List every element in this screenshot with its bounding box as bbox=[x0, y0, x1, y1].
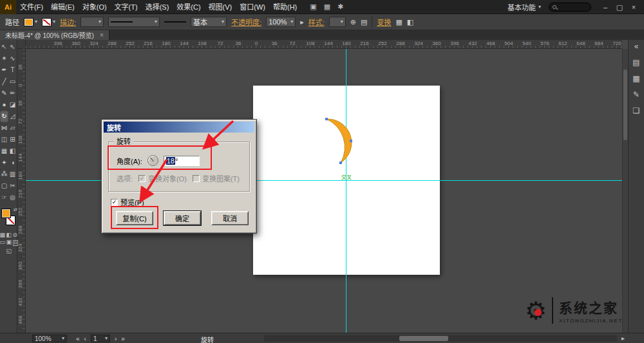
angle-dial-icon[interactable] bbox=[147, 155, 158, 166]
transform-pattern-checkbox[interactable]: 变换图案(T) bbox=[193, 173, 240, 183]
close-button[interactable]: × bbox=[627, 0, 640, 14]
toolbar-fill-swatch[interactable] bbox=[1, 209, 11, 218]
restore-button[interactable]: ▢ bbox=[613, 0, 626, 14]
type-tool[interactable]: T bbox=[8, 64, 17, 76]
scroll-right-icon[interactable]: ▸ bbox=[621, 335, 625, 342]
checkbox-icon[interactable] bbox=[193, 175, 200, 182]
document-setup-icon[interactable]: ⊕ bbox=[350, 18, 356, 26]
zoom-select[interactable]: 100% ▾ bbox=[32, 335, 67, 342]
menu-item[interactable]: 选择(S) bbox=[142, 0, 173, 14]
align-panel-icon[interactable]: ▦ bbox=[395, 18, 402, 26]
width-tool[interactable]: ⋈ bbox=[0, 122, 8, 134]
brush-definition-select[interactable]: 基本 ▾ bbox=[191, 17, 227, 27]
pencil-tool[interactable]: ✏ bbox=[8, 88, 17, 99]
minimize-button[interactable]: – bbox=[599, 0, 612, 14]
stroke-weight-select[interactable]: ▾ bbox=[80, 17, 104, 27]
arrange-documents-icon[interactable]: ▣ bbox=[310, 3, 316, 11]
brushes-panel-icon[interactable]: ✎ bbox=[633, 91, 639, 98]
crescent-artwork[interactable] bbox=[319, 116, 357, 168]
color-mode-icon[interactable]: ▩ bbox=[0, 232, 5, 238]
menu-item[interactable]: 窗口(W) bbox=[236, 0, 269, 14]
swatches-panel-icon[interactable]: ▦ bbox=[632, 75, 639, 82]
style-panel-link[interactable]: 样式: bbox=[308, 17, 325, 27]
draw-inside-icon[interactable]: 回 bbox=[13, 239, 17, 247]
opacity-panel-link[interactable]: 不透明度: bbox=[231, 17, 261, 27]
dialog-title-bar[interactable]: 旋转 bbox=[104, 122, 254, 133]
symbol-sprayer-tool[interactable]: ⁂ bbox=[0, 169, 8, 180]
magic-wand-tool[interactable]: ✶ bbox=[0, 53, 8, 64]
crescent-path[interactable] bbox=[327, 119, 352, 163]
screen-mode-icon[interactable]: ◱ bbox=[6, 248, 11, 254]
draw-normal-icon[interactable]: ▭ bbox=[0, 239, 5, 247]
angle-input[interactable]: 18 ° bbox=[164, 156, 200, 166]
checkbox-icon[interactable]: ✓ bbox=[138, 175, 146, 182]
menu-item[interactable]: 文件(F) bbox=[16, 0, 47, 14]
horizontal-scrollbar[interactable] bbox=[264, 335, 617, 342]
mesh-tool[interactable]: ▦ bbox=[0, 145, 8, 157]
canvas[interactable]: 交叉 旋转 旋转 角度(A): 18 ° 选项: bbox=[26, 49, 622, 333]
document-tab[interactable]: 未标题-4* @ 100% (RGB/预览) × bbox=[0, 30, 109, 40]
anchor-point[interactable] bbox=[339, 162, 342, 164]
workspace-switcher-icon[interactable]: ✱ bbox=[337, 3, 343, 11]
pathfinder-panel-icon[interactable]: ◧ bbox=[407, 18, 413, 26]
transform-object-checkbox[interactable]: ✓ 变换对象(O) bbox=[138, 173, 187, 183]
width-profile-select[interactable]: ▾ bbox=[108, 17, 160, 27]
menu-item[interactable]: 帮助(H) bbox=[269, 0, 301, 14]
spinner-icon[interactable]: ▸ bbox=[300, 18, 304, 26]
lasso-tool[interactable]: ∿ bbox=[8, 53, 17, 64]
cancel-button[interactable]: 取消 bbox=[211, 211, 249, 225]
swap-fill-stroke-icon[interactable]: ⇄ bbox=[14, 207, 17, 212]
checkbox-icon[interactable]: ✓ bbox=[111, 199, 118, 206]
direct-selection-tool[interactable]: ⇖ bbox=[8, 41, 17, 53]
menu-item[interactable]: 视图(V) bbox=[205, 0, 236, 14]
copy-button[interactable]: 复制(C) bbox=[116, 211, 153, 225]
collapse-dock-icon[interactable]: « bbox=[634, 42, 639, 50]
artboard-number-select[interactable]: 1 ▾ bbox=[91, 335, 110, 342]
preview-checkbox[interactable]: ✓ 预览(P) bbox=[111, 197, 144, 207]
menu-item[interactable]: 文字(T) bbox=[111, 0, 142, 14]
horizontal-scrollbar-thumb[interactable] bbox=[399, 336, 448, 341]
stroke-color-swatch[interactable] bbox=[42, 18, 52, 26]
rectangle-tool[interactable]: ▭ bbox=[8, 76, 17, 88]
hand-tool[interactable]: ☞ bbox=[0, 192, 8, 203]
menu-item[interactable]: 编辑(E) bbox=[47, 0, 79, 14]
vertical-scrollbar[interactable] bbox=[622, 49, 628, 333]
transform-panel-link[interactable]: 变换 bbox=[377, 17, 391, 27]
column-graph-tool[interactable]: ▥ bbox=[8, 169, 17, 180]
blob-brush-tool[interactable]: ● bbox=[0, 99, 8, 111]
color-panel-icon[interactable]: ▤ bbox=[632, 59, 639, 66]
fill-color-swatch[interactable] bbox=[24, 18, 33, 26]
gradient-tool[interactable]: ◧ bbox=[8, 145, 17, 157]
previous-artboard-button[interactable]: ‹ bbox=[84, 335, 86, 342]
slice-tool[interactable]: ✂ bbox=[8, 180, 17, 192]
vertical-scrollbar-thumb[interactable] bbox=[623, 70, 627, 140]
vertical-ruler[interactable]: 3603672108144180216252288324360396432468… bbox=[17, 49, 26, 333]
next-artboard-button[interactable]: › bbox=[115, 335, 117, 342]
rotate-tool[interactable]: ↻ bbox=[0, 111, 8, 122]
ruler-origin-corner[interactable] bbox=[17, 40, 26, 49]
stroke-swatch[interactable]: ▾ bbox=[42, 18, 55, 26]
selection-tool[interactable]: ↖ bbox=[0, 41, 8, 53]
zoom-tool[interactable]: ◎ bbox=[8, 192, 17, 203]
last-artboard-button[interactable]: » bbox=[121, 335, 125, 342]
style-select[interactable]: ▾ bbox=[329, 17, 346, 27]
horizontal-ruler[interactable]: 3963603242882522161801441087236036721081… bbox=[26, 40, 622, 49]
gradient-mode-icon[interactable]: ◧ bbox=[6, 232, 11, 238]
layers-panel-icon[interactable]: ❏ bbox=[633, 107, 640, 115]
ok-button[interactable]: 确定 bbox=[164, 211, 201, 225]
line-segment-tool[interactable]: ╱ bbox=[0, 76, 8, 88]
eyedropper-tool[interactable]: ✦ bbox=[0, 157, 8, 169]
scale-tool[interactable]: ◿ bbox=[8, 111, 17, 122]
rotate-dialog[interactable]: 旋转 旋转 角度(A): 18 ° 选项: ✓ 变换对象(O) bbox=[101, 119, 257, 234]
fill-swatch[interactable]: ▾ bbox=[24, 18, 37, 26]
none-mode-icon[interactable]: ⊘ bbox=[13, 232, 17, 238]
pen-tool[interactable]: ✒ bbox=[0, 64, 8, 76]
perspective-grid-tool[interactable]: ⊞ bbox=[8, 134, 17, 145]
grid-view-icon[interactable]: ▦ bbox=[324, 3, 330, 11]
anchor-point[interactable] bbox=[350, 140, 352, 142]
paintbrush-tool[interactable]: ✎ bbox=[0, 88, 8, 99]
opacity-input[interactable]: 100% ▾ bbox=[266, 17, 296, 27]
draw-behind-icon[interactable]: ▣ bbox=[6, 239, 11, 247]
menu-item[interactable]: 效果(C) bbox=[173, 0, 204, 14]
first-artboard-button[interactable]: « bbox=[76, 335, 80, 342]
